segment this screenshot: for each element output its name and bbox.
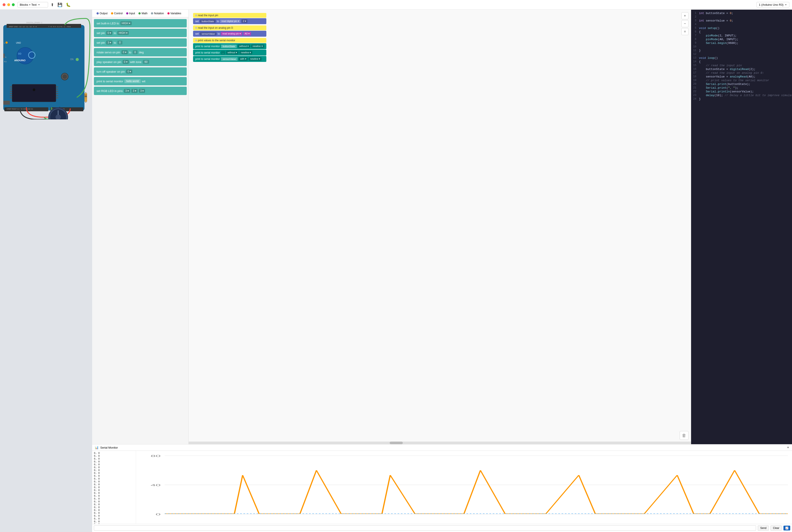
math-dot [138,12,141,15]
block-speaker-off-dropdown[interactable]: 0 ▾ [126,70,132,74]
device-selector[interactable]: 1 (Arduino Uno R3) ▼ [756,2,789,7]
line-content: int sensorValue = 0; [699,19,792,22]
mode-selector[interactable]: Blocks + Text ▼ [17,2,48,7]
block-servo-value[interactable]: 0 [133,50,138,54]
workspace-scrollbar-thumb[interactable] [390,441,403,444]
block-set-pin-value-dropdown[interactable]: 3 ▾ [106,41,112,44]
code-panel: 1int buttonState = 0;2 3int sensorValue … [691,10,792,444]
block-set-led-dropdown[interactable]: HIGH ▾ [120,21,132,25]
upload-icon[interactable]: ⬆ [51,2,54,7]
category-math[interactable]: Math [137,12,149,15]
code-line: 12 [691,53,792,56]
svg-rect-17 [12,84,56,102]
ws-with-dropdown[interactable]: with ▾ [239,57,248,61]
ws-newline-dropdown2[interactable]: newline ▾ [239,51,252,54]
category-notation[interactable]: Notation [149,12,166,15]
svg-text:ON: ON [70,58,74,61]
category-math-label: Math [141,12,148,15]
maximize-window-button[interactable] [12,3,15,6]
serial-monitor-header[interactable]: 📊 Serial Monitor ▼ [92,444,792,451]
ws-block-set-buttonstate[interactable]: set buttonState to read digital pin ▾ 2 … [193,18,266,24]
zoom-out-button[interactable]: − [681,20,689,27]
ws-pin2-dropdown[interactable]: 2 ▾ [242,19,248,23]
line-number: 3 [691,19,699,22]
block-rgb-pin2-dropdown[interactable]: 3 ▾ [131,89,138,93]
block-set-pin-label: set pin [97,32,105,35]
ws-without-dropdown2[interactable]: without ▾ [226,51,238,54]
serial-clear-button[interactable]: Clear [771,526,782,531]
serial-data-line: 0, 0 [94,492,134,494]
line-number: 22 [691,90,699,93]
block-speaker-tone-value[interactable]: 60 [143,60,149,64]
block-servo-pin-dropdown[interactable]: 0 ▾ [121,50,128,54]
serial-data-line: 0, 0 [94,472,134,475]
serial-data-line: 0, 0 [94,469,134,472]
serial-monitor-graph-button[interactable]: 📈 [784,526,790,530]
serial-send-button[interactable]: Send [758,526,769,531]
block-rgb-pin3-dropdown[interactable]: 3 ▾ [139,89,145,93]
line-content: // print values to the serial monitor [699,79,792,82]
workspace-scrollbar[interactable] [189,441,691,444]
debug-icon[interactable]: 🐛 [66,2,71,7]
block-speaker-pin-dropdown[interactable]: 0 ▾ [123,60,129,64]
ws-print-comma-value: , [221,51,225,54]
category-control[interactable]: Control [109,12,124,15]
arduino-board-panel: AREF GND ~13 ~12 ~11 ~10 ~9 ~8 7 ~6 ~5 4… [0,10,92,532]
code-line: 24} [691,97,792,101]
ws-block-print-comma[interactable]: print to serial monitor , without ▾ newl… [193,50,266,56]
block-set-led-label: set built-in LED to [97,22,119,25]
workspace-panel: read the input pin set buttonState to re… [189,10,691,444]
category-output-label: Output [100,12,108,15]
ws-comment-analog[interactable]: read the input on analog pin 0: [193,25,266,30]
block-print-text-input[interactable]: hello world [124,79,140,83]
block-turn-off-speaker[interactable]: turn off speaker on pin 0 ▾ [94,68,187,76]
ws-block-print-sensorvalue[interactable]: print to serial monitor sensorValue with… [193,56,266,62]
block-set-pin-value-input[interactable]: 0 [117,41,122,44]
blocks-panel: Output Control Input Math [92,10,189,444]
svg-rect-26 [56,91,58,92]
serial-monitor: 📊 Serial Monitor ▼ 0, 00, 00, 00, 00, 00… [92,444,792,532]
workspace-blocks-area[interactable]: read the input pin set buttonState to re… [189,10,691,444]
block-rotate-servo[interactable]: rotate servo on pin 0 ▾ to 0 deg [94,48,187,56]
save-icon[interactable]: 💾 [57,2,62,7]
serial-chart-svg: 80 40 0 [136,451,792,524]
zoom-in-button[interactable]: + [681,12,689,19]
right-panel: Output Control Input Math [92,10,792,532]
ws-read-analog-dropdown[interactable]: read analog pin ▾ [221,32,242,36]
svg-rect-46 [85,98,87,98]
trash-button[interactable]: 🗑 [680,431,689,440]
block-rgb-pin1-dropdown[interactable]: 3 ▾ [124,89,130,93]
block-set-pin-high[interactable]: set pin 0 ▾ to HIGH ▾ [94,29,187,37]
svg-rect-19 [10,89,12,90]
block-set-pin-dropdown1[interactable]: 0 ▾ [106,31,112,35]
ws-without-dropdown1[interactable]: without ▾ [238,44,250,48]
ws-block-set-sensorvalue[interactable]: set sensorValue to read analog pin ▾ A0 … [193,31,266,37]
svg-rect-29 [56,97,58,98]
line-number: 10 [691,45,699,49]
block-set-pin-dropdown2[interactable]: HIGH ▾ [117,31,129,35]
ws-read-digital-dropdown[interactable]: read digital pin ▾ [220,19,240,23]
block-set-pin-value[interactable]: set pin 3 ▾ to 0 [94,38,187,47]
serial-data-line: 0, 0 [94,506,134,509]
ws-a0-dropdown[interactable]: A0 ▾ [243,32,251,36]
minimize-window-button[interactable] [7,3,10,6]
ws-comment-read-input[interactable]: read the input pin [193,13,266,18]
block-group-main: read the input pin set buttonState to re… [193,13,266,62]
ws-comment-print[interactable]: print values to the serial monitor [193,38,266,43]
block-print-serial[interactable]: print to serial monitor hello world wit [94,77,187,86]
svg-rect-9 [3,54,5,58]
ws-newline-dropdown3[interactable]: newline ▾ [249,57,262,61]
block-set-led[interactable]: set built-in LED to HIGH ▾ [94,19,187,27]
block-set-rgb[interactable]: set RGB LED in pins 3 ▾ 3 ▾ 3 ▾ [94,87,187,95]
ws-newline-dropdown1[interactable]: newline ▾ [251,44,264,48]
zoom-reset-button[interactable]: = [681,28,689,35]
svg-rect-43 [85,102,86,103]
category-output[interactable]: Output [95,12,109,15]
serial-chevron-icon: ▼ [787,446,789,449]
serial-input-field[interactable] [94,526,756,531]
ws-block-print-buttonstate[interactable]: print to serial monitor buttonState with… [193,43,266,49]
category-variables[interactable]: Variables [166,12,183,15]
category-input[interactable]: Input [124,12,137,15]
block-play-speaker[interactable]: play speaker on pin 0 ▾ with tone 60 [94,58,187,66]
close-window-button[interactable] [3,3,5,6]
